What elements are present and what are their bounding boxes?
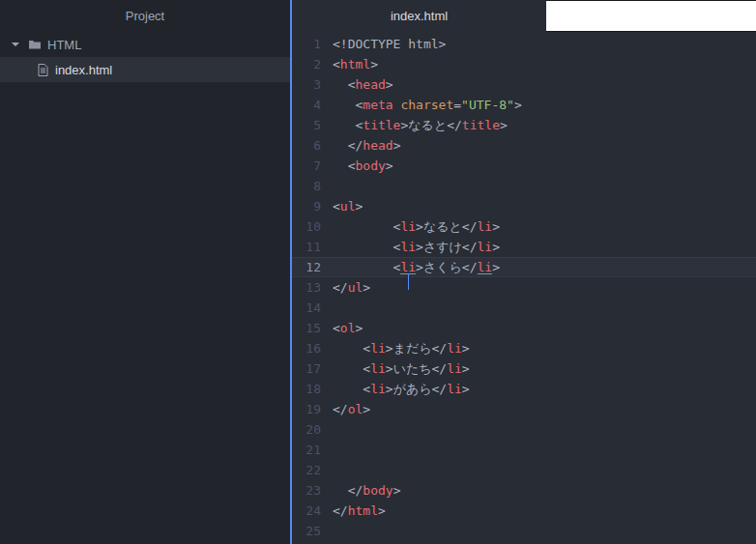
line-number: 5 bbox=[292, 115, 333, 135]
line-number: 10 bbox=[292, 216, 333, 237]
code-text: <li>さくら</li> bbox=[333, 257, 756, 277]
tabbar-empty-area bbox=[546, 0, 756, 32]
code-line-2[interactable]: 2<html> bbox=[292, 54, 756, 74]
code-line-25[interactable]: 25 bbox=[292, 521, 756, 541]
line-number: 16 bbox=[292, 338, 333, 358]
line-number: 18 bbox=[292, 379, 333, 399]
code-line-15[interactable]: 15<ol> bbox=[292, 318, 756, 338]
code-line-12[interactable]: 12 <li>さくら</li> bbox=[292, 257, 756, 277]
code-lines-container: 1<!DOCTYPE html>2<html>3 <head>4 <meta c… bbox=[292, 34, 756, 541]
code-text: <li>があら</li> bbox=[333, 379, 756, 399]
code-text bbox=[333, 440, 756, 460]
file-icon bbox=[36, 63, 49, 76]
tree-file-index-html[interactable]: index.html bbox=[0, 57, 290, 82]
code-text: <html> bbox=[333, 54, 756, 74]
line-number: 13 bbox=[292, 277, 333, 298]
line-number: 8 bbox=[292, 176, 333, 196]
code-text: <body> bbox=[333, 156, 756, 176]
code-line-21[interactable]: 21 bbox=[292, 440, 756, 460]
code-line-1[interactable]: 1<!DOCTYPE html> bbox=[292, 34, 756, 54]
code-text: </head> bbox=[333, 135, 756, 156]
code-text: </ul> bbox=[333, 277, 756, 298]
code-text: <meta charset="UTF-8"> bbox=[333, 95, 756, 115]
line-number: 15 bbox=[292, 318, 333, 338]
code-line-16[interactable]: 16 <li>まだら</li> bbox=[292, 338, 756, 358]
line-number: 22 bbox=[292, 460, 333, 480]
code-text: <li>いたち</li> bbox=[333, 358, 756, 379]
editor-window: Project HTML index.html bbox=[0, 0, 756, 544]
project-sidebar: Project HTML index.html bbox=[0, 0, 290, 544]
code-text bbox=[333, 419, 756, 440]
code-text: <li>なると</li> bbox=[333, 216, 756, 237]
line-number: 25 bbox=[292, 521, 333, 541]
folder-icon bbox=[28, 38, 42, 51]
code-line-6[interactable]: 6 </head> bbox=[292, 135, 756, 156]
code-text bbox=[333, 298, 756, 318]
tab-index-html[interactable]: index.html bbox=[292, 0, 546, 32]
code-line-17[interactable]: 17 <li>いたち</li> bbox=[292, 358, 756, 379]
code-line-23[interactable]: 23 </body> bbox=[292, 480, 756, 501]
code-line-18[interactable]: 18 <li>があら</li> bbox=[292, 379, 756, 399]
line-number: 9 bbox=[292, 196, 333, 216]
line-number: 2 bbox=[292, 54, 333, 74]
code-text: <li>さすけ</li> bbox=[333, 237, 756, 257]
code-text: <title>なると</title> bbox=[333, 115, 756, 135]
line-number: 7 bbox=[292, 156, 333, 176]
line-number: 17 bbox=[292, 358, 333, 379]
code-line-14[interactable]: 14 bbox=[292, 298, 756, 318]
code-text: <li>まだら</li> bbox=[333, 338, 756, 358]
line-number: 24 bbox=[292, 501, 333, 521]
line-number: 12 bbox=[292, 257, 333, 277]
code-text: <head> bbox=[333, 74, 756, 95]
line-number: 11 bbox=[292, 237, 333, 257]
code-line-11[interactable]: 11 <li>さすけ</li> bbox=[292, 237, 756, 257]
line-number: 20 bbox=[292, 419, 333, 440]
code-text: </ol> bbox=[333, 399, 756, 419]
line-number: 4 bbox=[292, 95, 333, 115]
code-text: </body> bbox=[333, 480, 756, 501]
chevron-down-icon bbox=[9, 38, 22, 51]
code-line-13[interactable]: 13</ul> bbox=[292, 277, 756, 298]
code-text bbox=[333, 460, 756, 480]
code-line-20[interactable]: 20 bbox=[292, 419, 756, 440]
code-text: <!DOCTYPE html> bbox=[333, 34, 756, 54]
code-line-3[interactable]: 3 <head> bbox=[292, 74, 756, 95]
file-tree: HTML index.html bbox=[0, 32, 290, 82]
line-number: 3 bbox=[292, 74, 333, 95]
code-line-24[interactable]: 24</html> bbox=[292, 501, 756, 521]
line-number: 19 bbox=[292, 399, 333, 419]
tree-folder-html[interactable]: HTML bbox=[0, 32, 290, 57]
tab-label: index.html bbox=[391, 9, 448, 23]
line-number: 1 bbox=[292, 34, 333, 54]
line-number: 23 bbox=[292, 480, 333, 501]
tree-folder-label: HTML bbox=[47, 38, 81, 52]
code-line-19[interactable]: 19</ol> bbox=[292, 399, 756, 419]
line-number: 14 bbox=[292, 298, 333, 318]
code-text: <ul> bbox=[333, 196, 756, 216]
code-text bbox=[333, 521, 756, 541]
code-text: </html> bbox=[333, 501, 756, 521]
code-line-10[interactable]: 10 <li>なると</li> bbox=[292, 216, 756, 237]
line-number: 21 bbox=[292, 440, 333, 460]
code-line-8[interactable]: 8 bbox=[292, 176, 756, 196]
editor-pane: index.html 1<!DOCTYPE html>2<html>3 <hea… bbox=[292, 0, 756, 544]
line-number: 6 bbox=[292, 135, 333, 156]
code-line-9[interactable]: 9<ul> bbox=[292, 196, 756, 216]
code-text bbox=[333, 176, 756, 196]
code-line-7[interactable]: 7 <body> bbox=[292, 156, 756, 176]
code-line-4[interactable]: 4 <meta charset="UTF-8"> bbox=[292, 95, 756, 115]
tree-file-label: index.html bbox=[55, 63, 112, 77]
sidebar-title: Project bbox=[0, 0, 290, 32]
code-line-5[interactable]: 5 <title>なると</title> bbox=[292, 115, 756, 135]
code-text: <ol> bbox=[333, 318, 756, 338]
tab-bar: index.html bbox=[292, 0, 756, 32]
code-editor[interactable]: 1<!DOCTYPE html>2<html>3 <head>4 <meta c… bbox=[292, 32, 756, 544]
code-line-22[interactable]: 22 bbox=[292, 460, 756, 480]
